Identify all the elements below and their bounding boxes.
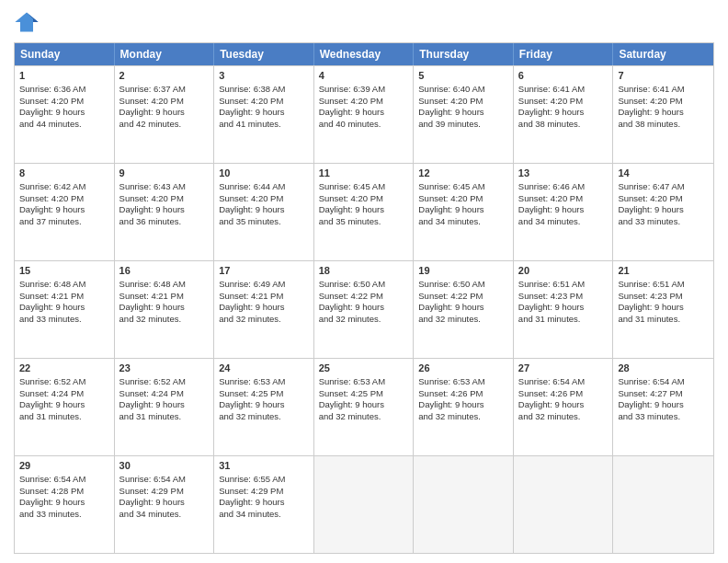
calendar-cell: 24Sunrise: 6:53 AMSunset: 4:25 PMDayligh… (214, 359, 314, 455)
day-info-line: Daylight: 9 hours (418, 302, 508, 314)
day-info-line: and 31 minutes. (518, 314, 609, 326)
day-info-line: Sunrise: 6:42 AM (19, 181, 109, 193)
day-number: 14 (618, 167, 709, 180)
day-number: 10 (219, 167, 309, 180)
day-info-line: Sunrise: 6:52 AM (119, 376, 210, 388)
day-info-line: Daylight: 9 hours (418, 107, 508, 119)
day-info-line: Sunset: 4:23 PM (618, 291, 709, 303)
calendar-row: 8Sunrise: 6:42 AMSunset: 4:20 PMDaylight… (15, 163, 713, 260)
day-info-line: Daylight: 9 hours (19, 302, 109, 314)
day-info-line: Sunset: 4:20 PM (119, 96, 210, 108)
calendar-cell: 2Sunrise: 6:37 AMSunset: 4:20 PMDaylight… (115, 66, 215, 163)
calendar-cell: 6Sunrise: 6:41 AMSunset: 4:20 PMDaylight… (514, 66, 614, 163)
day-info-line: Sunrise: 6:47 AM (618, 181, 709, 193)
day-info-line: and 34 minutes. (219, 509, 309, 521)
calendar-cell: 18Sunrise: 6:50 AMSunset: 4:22 PMDayligh… (314, 261, 415, 358)
day-info-line: Sunset: 4:29 PM (219, 486, 309, 498)
day-number: 13 (518, 167, 609, 180)
day-number: 8 (19, 167, 109, 180)
calendar-header-cell: Sunday (15, 43, 115, 65)
day-info-line: Sunset: 4:21 PM (119, 291, 210, 303)
day-info-line: Sunrise: 6:54 AM (618, 376, 709, 388)
day-info-line: Sunrise: 6:54 AM (518, 376, 609, 388)
day-info-line: and 31 minutes. (19, 411, 109, 423)
day-info-line: and 38 minutes. (518, 119, 609, 131)
day-info-line: and 32 minutes. (219, 411, 309, 423)
day-info-line: Daylight: 9 hours (319, 399, 409, 411)
calendar-cell: 28Sunrise: 6:54 AMSunset: 4:27 PMDayligh… (613, 359, 713, 455)
day-number: 16 (119, 264, 210, 278)
calendar-cell: 27Sunrise: 6:54 AMSunset: 4:26 PMDayligh… (514, 359, 614, 455)
day-info-line: and 33 minutes. (19, 314, 109, 326)
day-info-line: Sunset: 4:20 PM (319, 96, 409, 108)
calendar-cell: 20Sunrise: 6:51 AMSunset: 4:23 PMDayligh… (514, 261, 614, 358)
day-info-line: and 33 minutes. (618, 411, 709, 423)
day-info-line: Sunset: 4:25 PM (319, 388, 409, 400)
calendar-cell: 9Sunrise: 6:43 AMSunset: 4:20 PMDaylight… (115, 164, 215, 260)
day-info-line: Sunset: 4:20 PM (19, 96, 109, 108)
day-number: 25 (319, 362, 409, 375)
day-number: 6 (518, 69, 609, 83)
day-info-line: Sunset: 4:26 PM (518, 388, 609, 400)
day-info-line: Daylight: 9 hours (418, 399, 508, 411)
day-info-line: Sunrise: 6:51 AM (518, 279, 609, 291)
calendar-cell: 26Sunrise: 6:53 AMSunset: 4:26 PMDayligh… (414, 359, 514, 455)
day-info-line: Sunset: 4:20 PM (19, 193, 109, 205)
calendar-cell: 8Sunrise: 6:42 AMSunset: 4:20 PMDaylight… (15, 164, 115, 260)
calendar-header-cell: Friday (514, 43, 614, 65)
day-info-line: and 36 minutes. (119, 216, 210, 228)
header (14, 9, 714, 35)
day-info-line: Sunrise: 6:48 AM (119, 279, 210, 291)
day-info-line: Sunrise: 6:38 AM (219, 84, 309, 96)
day-info-line: Daylight: 9 hours (518, 302, 609, 314)
day-number: 20 (518, 264, 609, 278)
day-number: 21 (618, 264, 709, 278)
day-info-line: and 31 minutes. (119, 411, 210, 423)
day-info-line: Daylight: 9 hours (518, 399, 609, 411)
day-info-line: Daylight: 9 hours (119, 497, 210, 509)
day-info-line: Sunset: 4:20 PM (219, 193, 309, 205)
calendar-cell: 29Sunrise: 6:54 AMSunset: 4:28 PMDayligh… (15, 456, 115, 553)
calendar-cell: 7Sunrise: 6:41 AMSunset: 4:20 PMDaylight… (613, 66, 713, 163)
day-info-line: Sunset: 4:28 PM (19, 486, 109, 498)
calendar: SundayMondayTuesdayWednesdayThursdayFrid… (14, 42, 714, 554)
day-info-line: and 40 minutes. (319, 119, 409, 131)
day-number: 26 (418, 362, 508, 375)
calendar-cell (613, 456, 713, 553)
day-info-line: and 34 minutes. (418, 216, 508, 228)
day-info-line: Sunrise: 6:54 AM (119, 474, 210, 486)
calendar-cell: 14Sunrise: 6:47 AMSunset: 4:20 PMDayligh… (613, 164, 713, 260)
day-info-line: Daylight: 9 hours (119, 302, 210, 314)
day-number: 24 (219, 362, 309, 375)
day-info-line: and 33 minutes. (19, 509, 109, 521)
day-info-line: Sunrise: 6:45 AM (418, 181, 508, 193)
day-info-line: Daylight: 9 hours (518, 107, 609, 119)
day-number: 7 (618, 69, 709, 83)
day-info-line: Sunset: 4:24 PM (119, 388, 210, 400)
calendar-cell: 5Sunrise: 6:40 AMSunset: 4:20 PMDaylight… (414, 66, 514, 163)
day-info-line: Sunrise: 6:43 AM (119, 181, 210, 193)
day-info-line: Sunrise: 6:36 AM (19, 84, 109, 96)
day-number: 5 (418, 69, 508, 83)
day-number: 17 (219, 264, 309, 278)
day-number: 12 (418, 167, 508, 180)
day-info-line: Daylight: 9 hours (319, 204, 409, 216)
day-info-line: Sunset: 4:23 PM (518, 291, 609, 303)
day-info-line: Sunset: 4:20 PM (219, 96, 309, 108)
day-number: 28 (618, 362, 709, 375)
day-info-line: Daylight: 9 hours (319, 302, 409, 314)
day-number: 31 (219, 459, 309, 473)
day-info-line: Sunrise: 6:37 AM (119, 84, 210, 96)
day-info-line: Sunset: 4:20 PM (518, 193, 609, 205)
calendar-cell: 23Sunrise: 6:52 AMSunset: 4:24 PMDayligh… (115, 359, 215, 455)
day-info-line: and 32 minutes. (418, 411, 508, 423)
day-info-line: Daylight: 9 hours (618, 399, 709, 411)
day-info-line: and 32 minutes. (119, 314, 210, 326)
calendar-header: SundayMondayTuesdayWednesdayThursdayFrid… (15, 43, 713, 65)
day-info-line: Sunrise: 6:41 AM (618, 84, 709, 96)
day-number: 3 (219, 69, 309, 83)
day-info-line: Daylight: 9 hours (219, 204, 309, 216)
day-number: 18 (319, 264, 409, 278)
calendar-cell: 1Sunrise: 6:36 AMSunset: 4:20 PMDaylight… (15, 66, 115, 163)
day-info-line: and 32 minutes. (319, 411, 409, 423)
